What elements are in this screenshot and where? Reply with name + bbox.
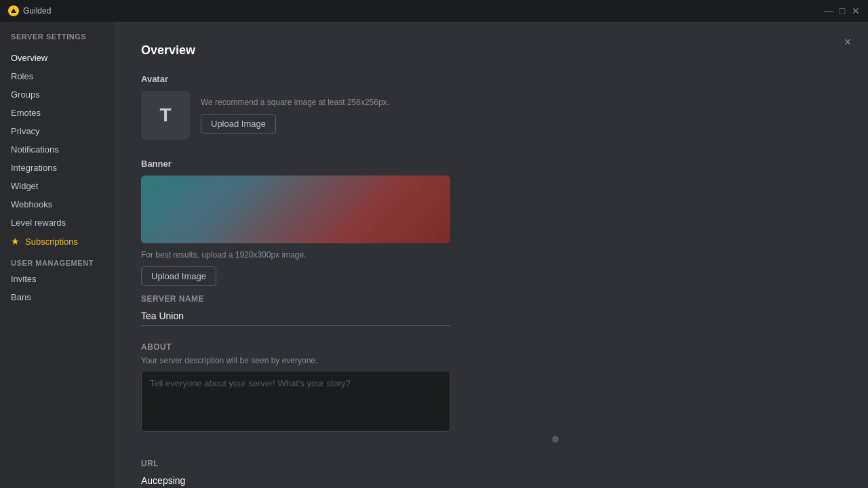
avatar-letter: T: [159, 104, 171, 126]
sidebar-label-roles: Roles: [11, 71, 33, 81]
avatar-upload-button[interactable]: Upload Image: [201, 114, 276, 134]
sidebar-label-webhooks: Webhooks: [11, 199, 52, 209]
avatar-hint: We recommend a square image at least 256…: [201, 98, 389, 107]
minimize-button[interactable]: —: [825, 7, 833, 15]
sidebar-label-invites: Invites: [11, 274, 37, 284]
window-controls: — □ ✕: [825, 7, 860, 15]
window-close-button[interactable]: ✕: [852, 7, 860, 15]
sidebar-item-groups[interactable]: Groups: [0, 85, 114, 104]
page-title: Overview: [141, 43, 561, 58]
app-body: Server settings Overview Roles Groups Em…: [0, 22, 868, 488]
sidebar-item-invites[interactable]: Invites: [0, 270, 114, 288]
banner-label: Banner: [141, 159, 561, 169]
app-title: Guilded: [23, 6, 51, 16]
sidebar-item-webhooks[interactable]: Webhooks: [0, 195, 114, 214]
sidebar-label-bans: Bans: [11, 292, 31, 302]
sidebar-item-emotes[interactable]: Emotes: [0, 104, 114, 122]
url-input[interactable]: [141, 472, 450, 488]
textarea-resize-handle: [141, 436, 561, 443]
about-textarea[interactable]: [141, 371, 450, 432]
banner-hint: For best results, upload a 1920x300px im…: [141, 250, 561, 260]
url-section: URL Allows you to access your server at …: [141, 459, 561, 488]
close-button[interactable]: ×: [838, 33, 857, 52]
server-name-section: Server name: [141, 294, 561, 326]
banner-preview: [141, 176, 450, 243]
banner-upload-button[interactable]: Upload Image: [141, 266, 216, 286]
sidebar-item-level-rewards[interactable]: Level rewards: [0, 214, 114, 232]
sidebar-label-overview: Overview: [11, 53, 47, 63]
sidebar-label-integrations: Integrations: [11, 163, 57, 173]
sidebar-label-groups: Groups: [11, 89, 40, 100]
avatar-label: Avatar: [141, 74, 561, 84]
sidebar-item-overview[interactable]: Overview: [0, 49, 114, 67]
sidebar-header: Server settings: [0, 33, 114, 49]
server-name-input[interactable]: [141, 308, 450, 326]
about-hint: Your server description will be seen by …: [141, 356, 561, 365]
sidebar-label-subscriptions: Subscriptions: [25, 237, 78, 247]
sidebar-item-roles[interactable]: Roles: [0, 67, 114, 85]
sidebar-item-bans[interactable]: Bans: [0, 288, 114, 306]
sidebar: Server settings Overview Roles Groups Em…: [0, 22, 114, 488]
sidebar-item-widget[interactable]: Widget: [0, 177, 114, 195]
sidebar-label-widget: Widget: [11, 181, 38, 191]
sidebar-label-privacy: Privacy: [11, 126, 40, 136]
sidebar-label-level-rewards: Level rewards: [11, 218, 66, 228]
sidebar-item-privacy[interactable]: Privacy: [0, 122, 114, 140]
sidebar-item-notifications[interactable]: Notifications: [0, 140, 114, 159]
guilded-logo-icon: [8, 5, 19, 16]
sidebar-item-subscriptions[interactable]: ★ Subscriptions: [0, 232, 114, 251]
title-bar: Guilded — □ ✕: [0, 0, 868, 22]
maximize-button[interactable]: □: [838, 7, 846, 15]
content-inner: Overview × Avatar T We recommend a squar…: [114, 22, 589, 488]
svg-marker-0: [11, 8, 16, 13]
main-content: Overview × Avatar T We recommend a squar…: [114, 22, 868, 488]
avatar-preview: T: [141, 91, 190, 140]
sidebar-label-notifications: Notifications: [11, 144, 59, 155]
avatar-info: We recommend a square image at least 256…: [201, 98, 389, 134]
resize-circle-icon: [552, 436, 559, 443]
star-icon: ★: [11, 236, 20, 247]
banner-area: For best results, upload a 1920x300px im…: [141, 176, 561, 286]
about-section: About Your server description will be se…: [141, 342, 561, 443]
sidebar-label-emotes: Emotes: [11, 108, 41, 118]
sidebar-item-integrations[interactable]: Integrations: [0, 159, 114, 177]
about-label: About: [141, 342, 561, 352]
avatar-section: T We recommend a square image at least 2…: [141, 91, 561, 140]
server-name-label: Server name: [141, 294, 561, 304]
url-label: URL: [141, 459, 561, 468]
title-bar-left: Guilded: [8, 5, 51, 16]
user-management-header: User management: [0, 251, 114, 270]
